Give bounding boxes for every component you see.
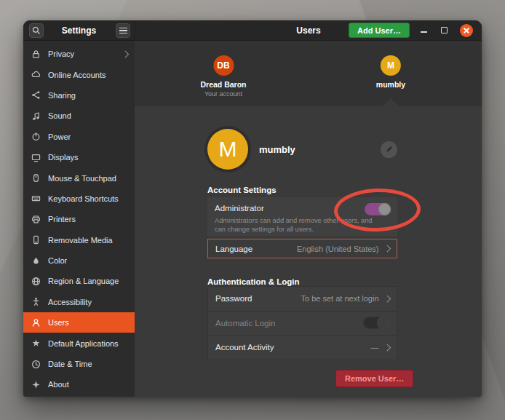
- language-value: English (United States): [297, 245, 379, 253]
- minimize-icon: [421, 31, 427, 33]
- search-icon: [31, 25, 41, 36]
- avatar: M: [207, 129, 248, 170]
- search-button[interactable]: [29, 23, 44, 38]
- display-icon: [31, 152, 41, 163]
- carousel-user-mumbly[interactable]: M mumbly: [376, 55, 405, 89]
- password-value: To be set at next login: [301, 294, 378, 303]
- sidebar-item-color[interactable]: Color: [23, 250, 135, 271]
- accessibility-icon: [31, 296, 41, 307]
- maximize-button[interactable]: [440, 25, 448, 36]
- window-controls: [419, 24, 473, 37]
- administrator-toggle[interactable]: [365, 203, 391, 215]
- administrator-description: Administrators can add and remove other …: [215, 217, 373, 234]
- language-label: Language: [215, 245, 252, 253]
- power-icon: [31, 131, 41, 142]
- globe-icon: [31, 276, 41, 287]
- user-icon: [31, 317, 41, 328]
- sidebar-item-displays[interactable]: Displays: [23, 147, 135, 167]
- page-title: Users: [296, 25, 320, 36]
- pencil-icon: [385, 145, 394, 154]
- automatic-login-label: Automatic Login: [215, 319, 275, 328]
- mouse-icon: [31, 173, 41, 183]
- administrator-label: Administrator: [215, 204, 264, 213]
- user-subtitle: Your account: [200, 90, 246, 98]
- auth-login-heading: Authentication & Login: [207, 277, 299, 286]
- sidebar-item-accessibility[interactable]: Accessibility: [23, 292, 135, 312]
- selected-user-pointer: [382, 98, 399, 106]
- user-name: mumbly: [376, 80, 405, 89]
- sidebar: Privacy Online Accounts Sharing Sound: [23, 41, 135, 397]
- color-drop-icon: [31, 255, 41, 266]
- chevron-right-icon: [383, 296, 390, 302]
- carousel-user-dread-baron[interactable]: DB Dread Baron Your account: [200, 55, 246, 98]
- account-activity-value: —: [371, 343, 379, 352]
- minimize-button[interactable]: [419, 25, 428, 36]
- password-row[interactable]: Password To be set at next login: [208, 287, 397, 311]
- sidebar-item-power[interactable]: Power: [23, 127, 135, 147]
- titlebar: Settings Users Add User…: [23, 20, 482, 41]
- share-icon: [31, 90, 41, 100]
- window-body: Privacy Online Accounts Sharing Sound: [23, 41, 482, 397]
- language-row[interactable]: Language English (United States): [207, 239, 397, 258]
- sidebar-item-removable-media[interactable]: Removable Media: [23, 230, 135, 250]
- printer-icon: [31, 214, 41, 225]
- toggle-knob-icon: [378, 203, 391, 215]
- user-carousel: DB Dread Baron Your account M mumbly: [135, 41, 482, 106]
- sidebar-item-date-time[interactable]: Date & Time: [23, 354, 135, 374]
- sidebar-item-printers[interactable]: Printers: [23, 209, 135, 229]
- clock-icon: [31, 359, 41, 370]
- sparkle-icon: [31, 379, 41, 390]
- sidebar-item-region-language[interactable]: Region & Language: [23, 271, 135, 291]
- sidebar-item-default-applications[interactable]: Default Applications: [23, 333, 135, 353]
- chevron-right-icon: [383, 344, 390, 351]
- account-activity-row[interactable]: Account Activity —: [208, 335, 397, 360]
- toggle-knob-icon: [377, 317, 389, 329]
- automatic-login-toggle[interactable]: [363, 317, 389, 329]
- removable-media-icon: [31, 234, 41, 245]
- account-activity-label: Account Activity: [215, 343, 274, 352]
- music-note-icon: [31, 111, 41, 122]
- menu-button[interactable]: [116, 23, 130, 38]
- chevron-right-icon: [122, 51, 128, 58]
- sidebar-item-sharing[interactable]: Sharing: [23, 85, 135, 106]
- remove-user-button[interactable]: Remove User…: [335, 370, 413, 387]
- sidebar-item-privacy[interactable]: Privacy: [23, 44, 135, 64]
- close-button[interactable]: [460, 24, 473, 37]
- titlebar-left: Settings: [23, 20, 135, 40]
- desktop-background: Settings Users Add User… Privacy: [0, 0, 505, 420]
- star-icon: [31, 338, 41, 349]
- sidebar-title: Settings: [62, 25, 96, 36]
- user-name: Dread Baron: [200, 80, 246, 89]
- keyboard-icon: [31, 193, 41, 204]
- sidebar-item-mouse-touchpad[interactable]: Mouse & Touchpad: [23, 167, 135, 188]
- sidebar-item-about[interactable]: About: [23, 374, 135, 395]
- add-user-button[interactable]: Add User…: [349, 23, 410, 38]
- lock-icon: [31, 49, 41, 60]
- avatar: DB: [213, 55, 234, 76]
- auth-card: Password To be set at next login Automat…: [207, 286, 397, 360]
- account-settings-heading: Account Settings: [207, 186, 277, 194]
- hamburger-icon: [119, 28, 127, 33]
- cloud-icon: [31, 69, 41, 80]
- sidebar-item-users[interactable]: Users: [23, 312, 135, 333]
- sidebar-item-keyboard-shortcuts[interactable]: Keyboard Shortcuts: [23, 189, 135, 209]
- administrator-row: Administrator Administrators can add and…: [207, 197, 397, 236]
- settings-window: Settings Users Add User… Privacy: [23, 20, 482, 397]
- users-panel: DB Dread Baron Your account M mumbly M m…: [135, 41, 482, 397]
- password-label: Password: [215, 294, 252, 303]
- profile-name: mumbly: [259, 144, 295, 155]
- maximize-icon: [441, 27, 448, 33]
- automatic-login-row: Automatic Login: [208, 311, 397, 336]
- user-details: M mumbly Account Settings Administrator …: [135, 106, 482, 397]
- avatar: M: [381, 55, 401, 76]
- chevron-right-icon: [383, 245, 390, 252]
- sidebar-item-sound[interactable]: Sound: [23, 106, 135, 126]
- edit-name-button[interactable]: [381, 141, 397, 158]
- sidebar-item-online-accounts[interactable]: Online Accounts: [23, 64, 135, 84]
- titlebar-right: Users Add User…: [135, 20, 482, 40]
- profile-row: M mumbly: [207, 126, 397, 173]
